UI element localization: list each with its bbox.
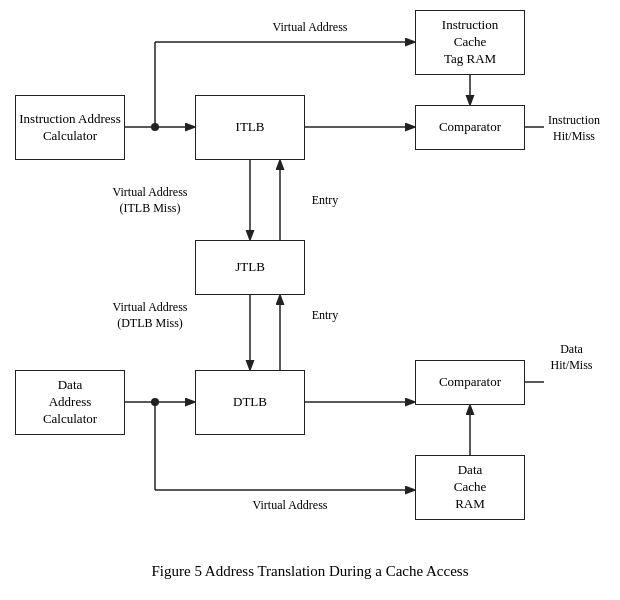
label-data-hit-miss: DataHit/Miss	[534, 342, 609, 373]
jtlb-label: JTLB	[235, 259, 265, 276]
ictag-label: InstructionCacheTag RAM	[442, 17, 498, 68]
icomp-label: Comparator	[439, 119, 501, 136]
ictag-box: InstructionCacheTag RAM	[415, 10, 525, 75]
itlb-box: ITLB	[195, 95, 305, 160]
figure-caption: Figure 5 Address Translation During a Ca…	[0, 555, 620, 580]
svg-point-12	[151, 398, 159, 406]
dcram-label: DataCacheRAM	[454, 462, 486, 513]
dtlb-label: DTLB	[233, 394, 267, 411]
icomp-box: Comparator	[415, 105, 525, 150]
label-entry-dtlb: Entry	[295, 308, 355, 324]
dtlb-box: DTLB	[195, 370, 305, 435]
arrows-svg	[0, 0, 620, 555]
label-dtlb-miss: Virtual Address(DTLB Miss)	[90, 300, 210, 331]
label-instruction-hit-miss: InstructionHit/Miss	[534, 113, 614, 144]
label-entry-itlb: Entry	[295, 193, 355, 209]
dcomp-label: Comparator	[439, 374, 501, 391]
dcomp-box: Comparator	[415, 360, 525, 405]
diagram: Instruction Address Calculator ITLB Inst…	[0, 0, 620, 555]
dac-label: DataAddressCalculator	[43, 377, 97, 428]
label-itlb-miss: Virtual Address(ITLB Miss)	[90, 185, 210, 216]
dcram-box: DataCacheRAM	[415, 455, 525, 520]
svg-point-1	[151, 123, 159, 131]
label-virtual-addr-bottom: Virtual Address	[220, 498, 360, 514]
caption-text: Figure 5 Address Translation During a Ca…	[151, 563, 468, 579]
iac-box: Instruction Address Calculator	[15, 95, 125, 160]
dac-box: DataAddressCalculator	[15, 370, 125, 435]
jtlb-box: JTLB	[195, 240, 305, 295]
label-virtual-addr-top: Virtual Address	[240, 20, 380, 36]
iac-label: Instruction Address Calculator	[16, 111, 124, 145]
itlb-label: ITLB	[236, 119, 265, 136]
